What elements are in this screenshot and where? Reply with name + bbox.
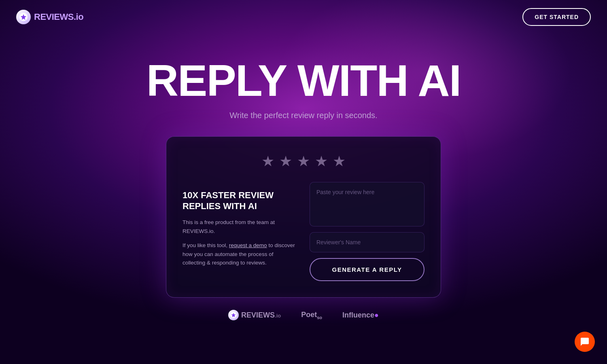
footer-logo-reviews: REVIEWS.io bbox=[228, 310, 281, 320]
card-container: ★ ★ ★ ★ ★ 10X FASTER REVIEW REPLIES WITH… bbox=[0, 136, 607, 298]
hero-subtitle: Write the perfect review reply in second… bbox=[0, 111, 607, 120]
header: REVIEWS.io GET STARTED bbox=[0, 0, 607, 34]
star-5[interactable]: ★ bbox=[333, 153, 346, 170]
footer-logo-poet: Poetso bbox=[301, 311, 322, 320]
card-heading: 10X FASTER REVIEW REPLIES WITH AI bbox=[183, 190, 297, 212]
star-3[interactable]: ★ bbox=[297, 153, 310, 170]
logo-icon bbox=[16, 10, 31, 24]
footer-reviews-icon bbox=[228, 310, 239, 320]
star-2[interactable]: ★ bbox=[279, 153, 292, 170]
card-description-2: If you like this tool, request a demo to… bbox=[183, 241, 297, 267]
star-4[interactable]: ★ bbox=[315, 153, 328, 170]
star-rating: ★ ★ ★ ★ ★ bbox=[183, 153, 424, 170]
card-description-1: This is a free product from the team at … bbox=[183, 218, 297, 235]
get-started-button[interactable]: GET STARTED bbox=[522, 8, 591, 26]
card-right-panel: GENERATE A REPLY bbox=[310, 182, 424, 281]
request-demo-link[interactable]: request a demo bbox=[229, 242, 267, 248]
logo-text: REVIEWS.io bbox=[34, 12, 83, 22]
hero-title: REPLY WITH AI bbox=[0, 58, 607, 103]
hero-section: REPLY WITH AI Write the perfect review r… bbox=[0, 34, 607, 120]
main-card: ★ ★ ★ ★ ★ 10X FASTER REVIEW REPLIES WITH… bbox=[166, 136, 441, 298]
star-1[interactable]: ★ bbox=[261, 153, 274, 170]
chat-bubble-button[interactable] bbox=[575, 332, 595, 352]
card-left-panel: 10X FASTER REVIEW REPLIES WITH AI This i… bbox=[183, 182, 297, 281]
logo: REVIEWS.io bbox=[16, 10, 83, 24]
generate-reply-button[interactable]: GENERATE A REPLY bbox=[310, 258, 424, 281]
footer-reviews-text: REVIEWS.io bbox=[241, 311, 281, 320]
footer-logo-influence: Influence● bbox=[342, 311, 379, 320]
reviewer-name-input[interactable] bbox=[310, 232, 424, 252]
review-textarea[interactable] bbox=[310, 182, 424, 226]
footer-logos: REVIEWS.io Poetso Influence● bbox=[0, 310, 607, 320]
